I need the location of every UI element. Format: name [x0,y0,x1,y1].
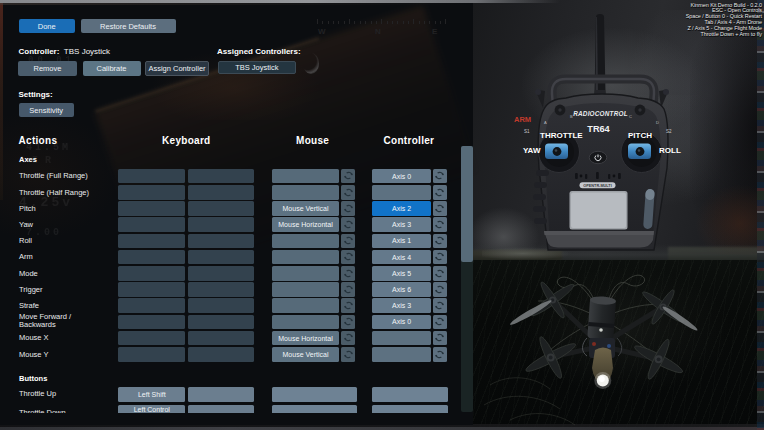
svg-text:TR64: TR64 [587,124,610,134]
svg-text:RADIOCONTROL: RADIOCONTROL [573,110,628,117]
svg-text:OPENTR-MULTI: OPENTR-MULTI [583,184,611,188]
svg-text:S2: S2 [666,129,672,134]
svg-text:S1: S1 [524,129,530,134]
svg-text:D: D [656,120,659,125]
svg-text:A: A [544,120,547,125]
svg-text:B: B [570,114,573,119]
svg-text:C: C [629,114,632,119]
